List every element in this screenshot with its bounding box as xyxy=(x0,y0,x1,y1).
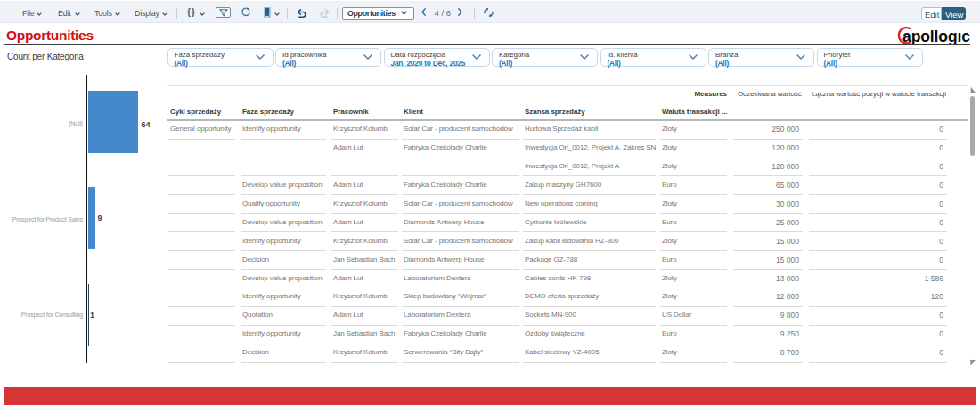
svg-text:apollogıc: apollogıc xyxy=(902,28,970,45)
